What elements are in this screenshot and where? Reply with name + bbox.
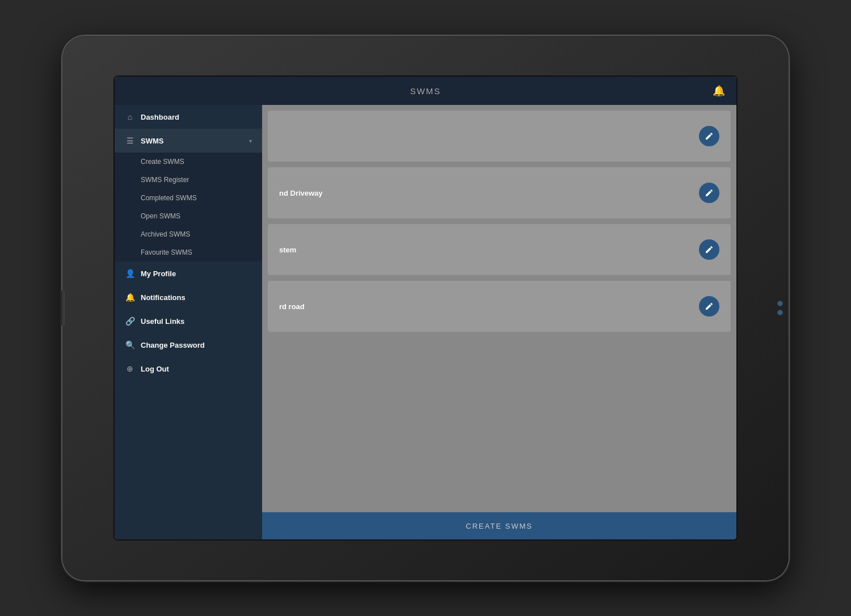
create-swms-button[interactable]: CREATE SWMS <box>262 512 736 539</box>
sidebar-logout-label: Log Out <box>141 365 169 373</box>
link-icon: 🔗 <box>125 317 135 326</box>
sidebar-item-swms[interactable]: ☰ SWMS ▾ <box>115 129 262 153</box>
tablet-side-button <box>60 291 65 325</box>
swms-card-2-title: nd Driveway <box>279 189 323 197</box>
bell-icon[interactable]: 🔔 <box>713 85 725 97</box>
sidebar-dashboard-label: Dashboard <box>141 113 179 121</box>
submenu-swms-register[interactable]: SWMS Register <box>115 171 262 189</box>
profile-icon: 👤 <box>125 269 135 278</box>
create-swms-label: CREATE SWMS <box>466 522 533 530</box>
tablet-dot-1 <box>777 301 783 306</box>
swms-card-4: rd road <box>268 281 731 332</box>
home-icon: ⌂ <box>125 112 135 121</box>
swms-card-3: stem <box>268 224 731 275</box>
password-icon: 🔍 <box>125 340 135 349</box>
edit-button-4[interactable] <box>699 296 719 317</box>
submenu-open-swms[interactable]: Open SWMS <box>115 207 262 225</box>
top-bar: SWMS 🔔 <box>115 77 736 105</box>
swms-card-2: nd Driveway <box>268 167 731 218</box>
sidebar: ⌂ Dashboard ☰ SWMS ▾ Create SWMS SWMS Re… <box>115 105 262 539</box>
chevron-down-icon: ▾ <box>249 138 252 144</box>
edit-button-2[interactable] <box>699 183 719 203</box>
sidebar-item-change-password[interactable]: 🔍 Change Password <box>115 333 262 357</box>
submenu-archived-swms[interactable]: Archived SWMS <box>115 225 262 243</box>
sidebar-item-logout[interactable]: ⊕ Log Out <box>115 357 262 381</box>
tablet-dot-2 <box>777 310 783 315</box>
edit-icon-3 <box>705 245 714 254</box>
submenu-create-swms[interactable]: Create SWMS <box>115 153 262 171</box>
submenu-completed-swms[interactable]: Completed SWMS <box>115 189 262 207</box>
screen: SWMS 🔔 ⌂ Dashboard ☰ SWMS ▾ Create S <box>113 75 738 541</box>
edit-icon-1 <box>705 132 714 141</box>
list-icon: ☰ <box>125 136 135 145</box>
swms-card-3-title: stem <box>279 246 296 254</box>
sidebar-password-label: Change Password <box>141 341 205 349</box>
swms-submenu: Create SWMS SWMS Register Completed SWMS… <box>115 153 262 261</box>
sidebar-item-my-profile[interactable]: 👤 My Profile <box>115 261 262 285</box>
swms-card-4-title: rd road <box>279 302 305 311</box>
content-area: nd Driveway stem <box>262 105 736 539</box>
tablet-frame: SWMS 🔔 ⌂ Dashboard ☰ SWMS ▾ Create S <box>62 36 789 580</box>
main-area: ⌂ Dashboard ☰ SWMS ▾ Create SWMS SWMS Re… <box>115 105 736 539</box>
sidebar-profile-label: My Profile <box>141 269 176 278</box>
sidebar-swms-label: SWMS <box>141 137 163 145</box>
edit-button-1[interactable] <box>699 126 719 146</box>
edit-icon-2 <box>705 188 714 197</box>
edit-icon-4 <box>705 302 714 311</box>
sidebar-item-dashboard[interactable]: ⌂ Dashboard <box>115 105 262 129</box>
notification-icon: 🔔 <box>125 293 135 302</box>
edit-button-3[interactable] <box>699 239 719 260</box>
top-bar-title: SWMS <box>410 86 441 96</box>
sidebar-notifications-label: Notifications <box>141 293 186 302</box>
logout-icon: ⊕ <box>125 364 135 373</box>
sidebar-item-notifications[interactable]: 🔔 Notifications <box>115 285 262 309</box>
swms-list: nd Driveway stem <box>262 105 736 512</box>
tablet-right-buttons <box>777 301 783 315</box>
submenu-favourite-swms[interactable]: Favourite SWMS <box>115 243 262 261</box>
sidebar-links-label: Useful Links <box>141 317 184 326</box>
sidebar-item-useful-links[interactable]: 🔗 Useful Links <box>115 309 262 333</box>
swms-card-1 <box>268 111 731 162</box>
